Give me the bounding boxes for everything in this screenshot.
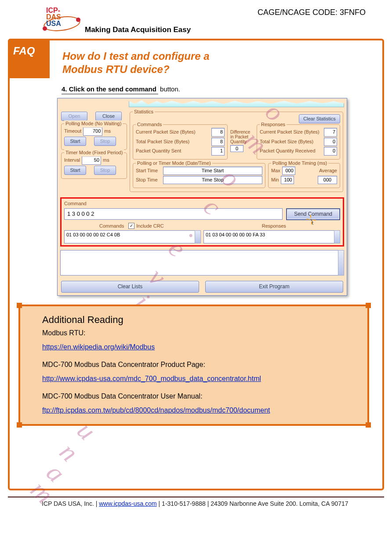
stop-time: Time Stop bbox=[163, 176, 262, 184]
timer-start-button[interactable]: Start bbox=[64, 166, 86, 175]
polling-stop-button[interactable]: Stop bbox=[94, 137, 116, 146]
clear-statistics-button[interactable]: Clear Statistics bbox=[299, 114, 340, 123]
timeout-input[interactable]: 700 bbox=[83, 127, 102, 135]
page-title-l1: How do I test and configure a bbox=[62, 50, 382, 62]
cage-code: CAGE/NCAGE CODE: 3FNFO bbox=[258, 8, 366, 17]
timing-avg: 000 bbox=[318, 176, 337, 184]
cmd-pqs: 1 bbox=[211, 147, 225, 155]
timing-min: 100 bbox=[281, 176, 294, 184]
resp-pqr: 0 bbox=[324, 147, 337, 155]
page-title-l2: Modbus RTU device? bbox=[62, 63, 382, 76]
statistics-title: Statistics bbox=[133, 109, 155, 115]
footer-link[interactable]: www.icpdas-usa.com bbox=[99, 500, 157, 507]
include-crc-checkbox[interactable]: ✓ bbox=[128, 223, 134, 229]
polling-start-button[interactable]: Start bbox=[64, 137, 86, 146]
link-mdc700-product[interactable]: http://www.icpdas-usa.com/mdc_700_modbus… bbox=[42, 375, 261, 382]
resp-tps: 0 bbox=[324, 138, 337, 146]
scrollbar[interactable] bbox=[334, 230, 340, 243]
responses-list[interactable]: 01 03 04 00 00 00 00 FA 33 bbox=[203, 230, 340, 243]
additional-reading-box: Additional Reading Modbus RTU: https://e… bbox=[18, 305, 369, 426]
start-time: Time Start bbox=[163, 167, 262, 175]
link-modbus-wiki[interactable]: https://en.wikipedia.org/wiki/Modbus bbox=[42, 343, 155, 351]
timing-max: 000 bbox=[282, 167, 295, 175]
logo: ICP- DAS USA bbox=[42, 4, 81, 35]
close-button[interactable]: Close bbox=[95, 112, 122, 121]
command-highlight-box: Command 1 3 0 0 0 2 Send Command bbox=[60, 197, 344, 247]
exit-program-button[interactable]: Exit Program bbox=[205, 281, 343, 293]
scrollbar[interactable] bbox=[195, 230, 201, 243]
screenshot-window: Open Close Polling Mode (No Waiting) Tim… bbox=[57, 98, 347, 296]
resp-cps: 7 bbox=[324, 128, 337, 136]
faq-tab: FAQ bbox=[8, 39, 50, 78]
extra-list[interactable] bbox=[60, 250, 344, 276]
send-command-button[interactable]: Send Command bbox=[286, 208, 340, 220]
clear-lists-button[interactable]: Clear Lists bbox=[61, 281, 199, 293]
link-mdc700-manual[interactable]: ftp://ftp.icpdas.com.tw/pub/cd/8000cd/na… bbox=[42, 406, 270, 414]
timer-mode-title: Timer Mode (Fixed Period) bbox=[64, 149, 124, 156]
logo-line3: USA bbox=[46, 20, 61, 27]
open-button[interactable]: Open bbox=[61, 112, 87, 121]
command-input[interactable]: 1 3 0 0 0 2 bbox=[64, 208, 283, 220]
timer-stop-button[interactable]: Stop bbox=[94, 166, 116, 175]
tagline: Making Data Acquisition Easy bbox=[85, 25, 191, 34]
step-number: 4. Click on the send command bbox=[62, 84, 158, 94]
interval-input[interactable]: 50 bbox=[82, 156, 101, 164]
page-footer: ICP DAS USA, Inc. | www.icpdas-usa.com |… bbox=[0, 497, 392, 507]
cmd-tps: 8 bbox=[211, 138, 225, 146]
additional-reading-title: Additional Reading bbox=[42, 314, 355, 326]
cmd-cps: 8 bbox=[211, 128, 225, 136]
diff-packet-qty: 0 bbox=[230, 145, 243, 152]
polling-mode-title: Polling Mode (No Waiting) bbox=[64, 120, 123, 127]
cursor-icon bbox=[305, 214, 317, 225]
commands-list[interactable]: 01 03 00 00 00 02 C4 0B bbox=[64, 230, 201, 243]
scrollbar[interactable] bbox=[338, 250, 344, 276]
